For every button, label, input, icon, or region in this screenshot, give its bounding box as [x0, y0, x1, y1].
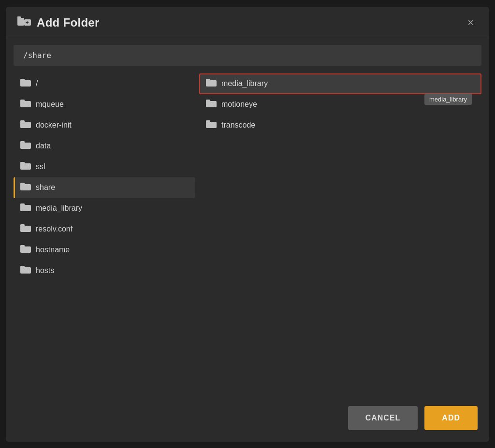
folder-item-name: share: [36, 183, 55, 192]
svg-rect-19: [20, 224, 25, 227]
right-pane-item-media_library_r[interactable]: media_library: [199, 73, 481, 94]
right-pane-item-motioneye_r[interactable]: motioneye: [199, 94, 481, 115]
folder-item-name: media_library: [221, 79, 268, 88]
svg-rect-25: [206, 79, 210, 81]
folder-icon: [206, 99, 217, 110]
close-button[interactable]: ×: [464, 15, 478, 30]
left-pane-item-mqueue[interactable]: mqueue: [14, 94, 195, 115]
right-pane-item-transcode_r[interactable]: transcode: [199, 115, 481, 136]
cancel-button[interactable]: CANCEL: [348, 406, 418, 430]
folder-icon: [206, 78, 217, 89]
folder-icon: [20, 203, 31, 214]
svg-rect-7: [20, 100, 25, 102]
svg-rect-0: [17, 18, 24, 26]
folder-item-name: /: [36, 79, 38, 88]
svg-rect-13: [20, 162, 25, 164]
folder-icon: [20, 182, 31, 193]
folder-icon: [20, 265, 31, 276]
folder-icon: [20, 245, 31, 256]
left-pane-item-hosts[interactable]: hosts: [14, 260, 195, 281]
svg-rect-1: [17, 16, 21, 19]
dialog-title: Add Folder: [37, 16, 100, 29]
folder-icon: [20, 161, 31, 173]
left-pane-item-data[interactable]: data: [14, 136, 195, 157]
left-pane-item-root[interactable]: /: [14, 73, 195, 94]
left-pane: / mqueue docker-init data ssl share medi…: [14, 73, 197, 390]
svg-text:+: +: [26, 19, 29, 25]
folder-icon: [20, 99, 31, 110]
svg-rect-23: [20, 266, 25, 268]
left-pane-item-media_library[interactable]: media_library: [14, 198, 195, 219]
right-pane: media_library motioneye transcodemedia_l…: [197, 73, 481, 390]
left-pane-item-share[interactable]: share: [14, 177, 195, 198]
folder-item-name: docker-init: [36, 121, 72, 130]
left-pane-item-hostname[interactable]: hostname: [14, 240, 195, 260]
left-pane-item-docker-init[interactable]: docker-init: [14, 115, 195, 136]
path-bar: /share: [14, 45, 481, 66]
svg-rect-5: [20, 79, 25, 81]
folder-plus-icon: +: [17, 15, 31, 30]
folder-item-name: media_library: [36, 204, 82, 213]
folder-item-name: data: [36, 142, 51, 150]
svg-rect-21: [20, 245, 25, 247]
file-browser: / mqueue docker-init data ssl share medi…: [14, 73, 481, 390]
left-pane-item-ssl[interactable]: ssl: [14, 157, 195, 177]
folder-icon: [206, 120, 217, 131]
svg-rect-9: [20, 120, 25, 123]
folder-item-name: resolv.conf: [36, 225, 73, 233]
title-area: + Add Folder: [17, 15, 100, 30]
folder-icon: [20, 120, 31, 131]
svg-rect-17: [20, 203, 25, 206]
folder-item-name: hostname: [36, 246, 70, 254]
add-button[interactable]: ADD: [424, 406, 478, 430]
dialog-footer: CANCEL ADD: [6, 398, 489, 442]
folder-icon: [20, 224, 31, 235]
folder-item-name: ssl: [36, 162, 45, 171]
svg-rect-15: [20, 183, 25, 185]
left-pane-item-resolv-conf[interactable]: resolv.conf: [14, 219, 195, 240]
svg-rect-29: [206, 120, 210, 123]
folder-item-name: motioneye: [221, 100, 257, 109]
folder-icon: [20, 141, 31, 152]
folder-item-name: hosts: [36, 266, 54, 275]
folder-icon: [20, 78, 31, 89]
folder-item-name: mqueue: [36, 100, 64, 109]
add-folder-dialog: + Add Folder × /share / mqueue docker-in…: [6, 7, 489, 442]
svg-rect-27: [206, 100, 210, 102]
dialog-header: + Add Folder ×: [6, 7, 489, 37]
svg-rect-11: [20, 141, 25, 144]
folder-item-name: transcode: [221, 121, 255, 130]
